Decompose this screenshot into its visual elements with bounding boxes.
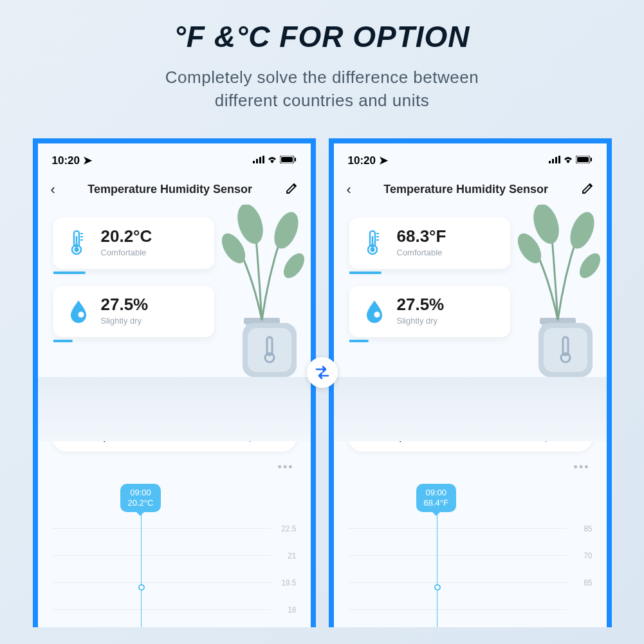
svg-rect-8 <box>246 320 278 365</box>
plant-illustration <box>506 205 603 372</box>
svg-rect-6 <box>295 158 296 161</box>
tab-humidity[interactable]: Humidity <box>470 422 593 452</box>
location-icon: ➤ <box>83 154 92 167</box>
temperature-value: 20.2°C <box>101 226 203 246</box>
y-tick: 70 <box>567 551 593 560</box>
svg-point-51 <box>374 311 380 317</box>
tab-humidity[interactable]: Humidity <box>174 422 297 452</box>
svg-rect-28 <box>555 157 557 163</box>
svg-point-12 <box>217 229 250 267</box>
chart-tooltip: 09:0020.2°C <box>120 484 161 513</box>
wifi-icon <box>267 154 277 167</box>
svg-rect-1 <box>256 159 258 163</box>
chart-tabs: Temperature Humidity <box>52 422 297 452</box>
nav-bar: ‹ Temperature Humidity Sensor <box>38 172 311 205</box>
svg-rect-31 <box>577 157 589 162</box>
phones-container: 10:20 ➤ ‹ Temperature Humidity Sensor <box>0 138 644 627</box>
phone-celsius: 10:20 ➤ ‹ Temperature Humidity Sensor <box>33 138 316 627</box>
status-icons <box>253 154 297 167</box>
y-tick: 22.5 <box>271 524 297 533</box>
marketing-header: °F &°C FOR OPTION Completely solve the d… <box>0 0 644 113</box>
temperature-status: Comfortable <box>101 248 203 257</box>
svg-point-11 <box>269 208 302 252</box>
screen-title: Temperature Humidity Sensor <box>351 183 581 196</box>
edit-button[interactable] <box>285 182 298 198</box>
temperature-card[interactable]: 20.2°C Comfortable <box>53 217 214 269</box>
chart-area[interactable]: ••• 09:0020.2°C 22.5 21 19.5 18 <box>38 457 311 623</box>
svg-rect-32 <box>591 158 592 161</box>
screen-title: Temperature Humidity Sensor <box>55 183 285 196</box>
temperature-bar <box>53 271 86 274</box>
svg-rect-26 <box>549 161 551 163</box>
chart-marker-dot <box>138 584 145 591</box>
humidity-value: 27.5% <box>101 295 203 315</box>
svg-point-36 <box>528 205 563 247</box>
chart-tooltip: 09:0068.4°F <box>416 484 456 513</box>
svg-point-10 <box>232 205 267 247</box>
chart-marker-line <box>141 515 142 627</box>
tab-temperature[interactable]: Temperature <box>52 422 174 452</box>
chart-menu-button[interactable]: ••• <box>348 457 593 478</box>
tab-temperature[interactable]: Temperature <box>348 422 470 452</box>
chart-grid: 22.5 21 19.5 18 <box>52 515 297 623</box>
svg-point-13 <box>279 250 306 282</box>
temperature-card[interactable]: 68.3°F Comfortable <box>349 217 510 269</box>
battery-icon <box>576 154 593 167</box>
humidity-status: Slightly dry <box>397 316 499 326</box>
chart-tabs: Temperature Humidity <box>348 422 593 452</box>
edit-button[interactable] <box>581 182 594 198</box>
signal-icon <box>549 154 560 167</box>
svg-rect-14 <box>243 323 297 377</box>
svg-rect-3 <box>262 156 264 163</box>
svg-point-38 <box>513 229 546 267</box>
svg-point-25 <box>78 311 84 317</box>
svg-rect-43 <box>563 337 568 355</box>
y-tick: 85 <box>567 524 593 533</box>
chart-marker-line <box>437 515 437 627</box>
y-tick: 18 <box>271 605 297 614</box>
sensor-device-illustration <box>239 319 300 381</box>
location-icon: ➤ <box>379 154 388 167</box>
sensor-scene: 68.3°F Comfortable 27.5% Slightly dry <box>334 205 607 404</box>
plant-illustration <box>210 205 307 372</box>
back-button[interactable]: ‹ <box>347 181 351 198</box>
svg-rect-35 <box>540 318 576 324</box>
status-bar: 10:20 ➤ <box>38 143 311 172</box>
chart-grid: 85 70 65 <box>348 515 593 623</box>
y-tick: 19.5 <box>271 578 297 587</box>
svg-rect-15 <box>248 328 291 372</box>
humidity-bar <box>53 340 73 342</box>
swap-units-icon <box>307 357 338 388</box>
wifi-icon <box>563 154 573 167</box>
svg-rect-0 <box>253 161 255 163</box>
y-tick: 21 <box>271 551 297 560</box>
temperature-bar <box>349 271 382 274</box>
humidity-bar <box>349 340 369 342</box>
svg-rect-41 <box>544 328 587 372</box>
svg-rect-5 <box>281 157 293 162</box>
humidity-status: Slightly dry <box>101 316 203 326</box>
sensor-device-illustration <box>535 319 596 381</box>
nav-bar: ‹ Temperature Humidity Sensor <box>334 172 607 205</box>
chart-area[interactable]: ••• 09:0068.4°F 85 70 65 <box>334 457 607 623</box>
page-subtitle: Completely solve the difference between … <box>0 66 644 113</box>
humidity-card[interactable]: 27.5% Slightly dry <box>53 286 214 337</box>
svg-point-20 <box>74 247 78 252</box>
svg-rect-2 <box>259 157 261 163</box>
svg-point-16 <box>265 353 274 362</box>
humidity-card[interactable]: 27.5% Slightly dry <box>349 286 510 337</box>
svg-rect-9 <box>244 318 280 324</box>
thermometer-icon <box>361 229 388 256</box>
status-icons <box>549 154 593 167</box>
svg-point-42 <box>561 353 570 362</box>
phone-fahrenheit: 10:20 ➤ ‹ Temperature Humidity Sensor <box>329 138 612 627</box>
back-button[interactable]: ‹ <box>51 181 55 198</box>
thermometer-icon <box>65 229 92 256</box>
chart-menu-button[interactable]: ••• <box>52 457 297 478</box>
signal-icon <box>253 154 264 167</box>
sensor-scene: 20.2°C Comfortable 27.5% Slightly dry <box>38 205 311 404</box>
svg-point-46 <box>370 247 374 252</box>
status-time: 10:20 ➤ <box>52 154 92 167</box>
status-bar: 10:20 ➤ <box>334 143 607 172</box>
svg-rect-27 <box>552 159 554 163</box>
